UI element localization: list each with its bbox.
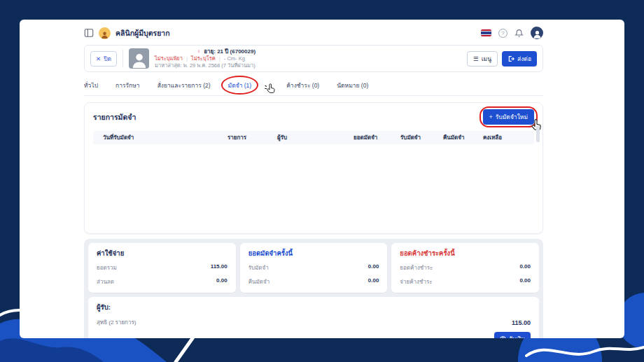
new-deposit-button[interactable]: + รับมัดจำใหม่	[483, 109, 534, 125]
forward-button[interactable]: ส่งต่อ	[502, 51, 537, 67]
divider	[122, 50, 123, 67]
desktop-background: คลินิกผู้มีบุตรยาก ?	[0, 0, 644, 362]
section-title: รายการมัดจำ	[93, 111, 136, 123]
deposit-received-label: รับมัดจำ	[248, 263, 269, 272]
topbar: คลินิกผู้มีบุตรยาก ?	[84, 25, 543, 41]
deposit-received-value: 0.00	[368, 263, 379, 272]
outstanding-paid-value: 0.00	[519, 277, 531, 286]
menu-button[interactable]: ☰ เมนู	[467, 51, 498, 67]
close-icon: ✕	[96, 55, 101, 62]
col-item: รายการ	[227, 133, 277, 142]
tab-appointments[interactable]: นัดหมาย (0)	[337, 81, 368, 90]
deposit-refund-value: 0.00	[368, 277, 379, 286]
menu-label: เมนู	[482, 54, 491, 64]
col-received: รับมัดจำ	[400, 133, 443, 142]
summary-area: ค่าใช้จ่าย ยอดรวม 115.00 ส่วนลด 0.00 ยอด…	[84, 239, 543, 338]
patient-age: อายุ: 21 ปี (6700029)	[204, 48, 255, 55]
female-icon: ♀	[197, 48, 201, 55]
patient-avatar	[129, 48, 149, 69]
expenses-card: ค่าใช้จ่าย ยอดรวม 115.00 ส่วนลด 0.00	[88, 243, 236, 293]
hamburger-icon: ☰	[473, 55, 479, 62]
deposit-list-card: รายการมัดจำ + รับมัดจำใหม่	[84, 102, 543, 234]
scrollbar-thumb[interactable]	[536, 125, 540, 142]
clinic-avatar	[99, 27, 111, 39]
app-window: คลินิกผู้มีบุตรยาก ?	[20, 20, 624, 338]
col-balance: คงเหลือ	[483, 133, 534, 142]
total-label: ยอดรวม	[97, 263, 117, 272]
separator: |	[219, 55, 220, 62]
outstanding-value: 0.00	[519, 263, 531, 272]
col-refunded: คืนมัดจำ	[443, 133, 483, 142]
deposit-total-title: ยอดมัดจำครั้งนี้	[248, 248, 379, 258]
col-receiver: ผู้รับ	[277, 133, 354, 142]
thai-flag-icon[interactable]	[481, 29, 491, 36]
outstanding-title: ยอดค้างชำระครั้งนี้	[400, 248, 531, 258]
outstanding-paid-label: จ่ายค้างชำระ	[400, 277, 432, 286]
patient-tabs: ทั่วไป การรักษา สั่งยาและรายการ (2) มัดจ…	[84, 81, 543, 96]
user-avatar[interactable]	[531, 27, 543, 39]
baht-coin-icon: ฿	[500, 336, 506, 339]
tab-orders[interactable]: สั่งยาและรายการ (2)	[158, 81, 211, 90]
separator: |	[186, 55, 188, 62]
net-value: 115.00	[512, 319, 531, 326]
close-patient-button[interactable]: ✕ ปิด	[90, 51, 117, 67]
sidebar-toggle-icon[interactable]	[84, 29, 94, 37]
help-icon[interactable]: ?	[498, 29, 507, 38]
payment-card: ผู้รับ: สุทธิ (2 รายการ) 115.00 ฿ รับเงิ…	[88, 297, 539, 338]
bell-icon[interactable]	[514, 29, 524, 38]
disease-flag[interactable]: ไม่ระบุโรค	[191, 55, 216, 62]
tab-outstanding[interactable]: ค้างชำระ (0)	[286, 81, 319, 90]
receive-money-label: รับเงิน	[509, 334, 525, 338]
total-value: 115.00	[211, 263, 227, 272]
last-visit: มาหาล่าสุด: พ. 29 พ.ค. 2568 (7 วันที่ผ่า…	[155, 62, 461, 69]
receiver-title: ผู้รับ:	[97, 302, 531, 312]
discount-value: 0.00	[216, 277, 227, 286]
patient-header: ✕ ปิด ♀ อายุ: 21 ปี (6700029) ไม่ระบุแพ้…	[84, 45, 543, 72]
tab-treatment[interactable]: การรักษา	[115, 81, 140, 90]
close-label: ปิด	[104, 54, 111, 64]
forward-icon	[507, 55, 514, 62]
deposit-refund-label: คืนมัดจำ	[248, 277, 270, 286]
tab-deposit-label: มัดจำ (1)	[228, 82, 252, 89]
forward-label: ส่งต่อ	[517, 54, 531, 64]
clinic-name: คลินิกผู้มีบุตรยาก	[115, 27, 170, 39]
tab-deposit[interactable]: มัดจำ (1)	[228, 81, 252, 90]
outstanding-label: ยอดค้างชำระ	[400, 263, 433, 272]
tab-general[interactable]: ทั่วไป	[84, 81, 98, 90]
col-deposit-amount: ยอดมัดจำ	[354, 133, 400, 142]
plus-icon: +	[489, 113, 493, 120]
new-deposit-label: รับมัดจำใหม่	[496, 112, 528, 122]
deposit-table-header: วันที่รับมัดจำ รายการ ผู้รับ ยอดมัดจำ รั…	[93, 131, 534, 144]
body-metrics: - Cm- Kg	[224, 55, 245, 62]
allergy-flag[interactable]: ไม่ระบุแพ้ยา	[155, 55, 183, 62]
patient-flags-line: ไม่ระบุแพ้ยา | ไม่ระบุโรค | - Cm- Kg	[155, 55, 461, 62]
outstanding-card: ยอดค้างชำระครั้งนี้ ยอดค้างชำระ 0.00 จ่า…	[391, 243, 539, 293]
discount-label: ส่วนลด	[97, 277, 114, 286]
receive-money-button[interactable]: ฿ รับเงิน	[494, 332, 531, 338]
patient-age-line: ♀ อายุ: 21 ปี (6700029)	[197, 48, 461, 55]
net-label: สุทธิ (2 รายการ)	[97, 318, 136, 327]
patient-info: ♀ อายุ: 21 ปี (6700029) ไม่ระบุแพ้ยา | ไ…	[155, 48, 461, 69]
deposit-total-card: ยอดมัดจำครั้งนี้ รับมัดจำ 0.00 คืนมัดจำ …	[240, 243, 388, 293]
col-deposit-date: วันที่รับมัดจำ	[103, 133, 227, 142]
expenses-title: ค่าใช้จ่าย	[97, 248, 227, 258]
